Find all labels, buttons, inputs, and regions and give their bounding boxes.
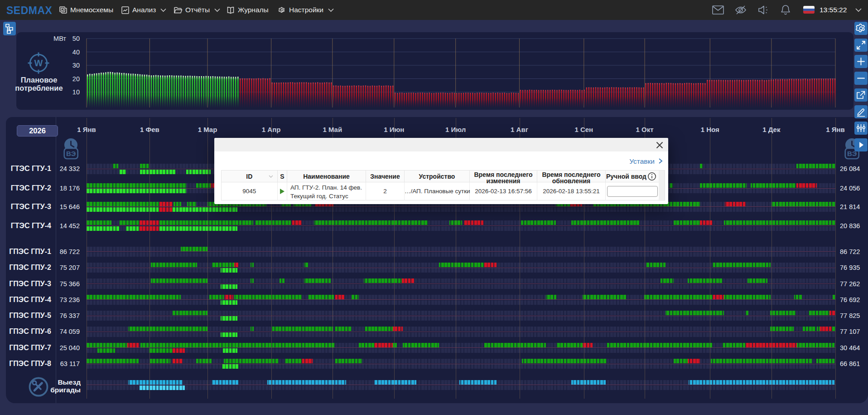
svg-text:W: W [34, 58, 43, 68]
svg-text:30: 30 [72, 62, 80, 69]
svg-text:ВЭ: ВЭ [66, 150, 76, 157]
svg-text:40: 40 [72, 49, 80, 56]
svg-text:50: 50 [72, 35, 80, 42]
svg-text:МВт: МВт [53, 35, 66, 42]
